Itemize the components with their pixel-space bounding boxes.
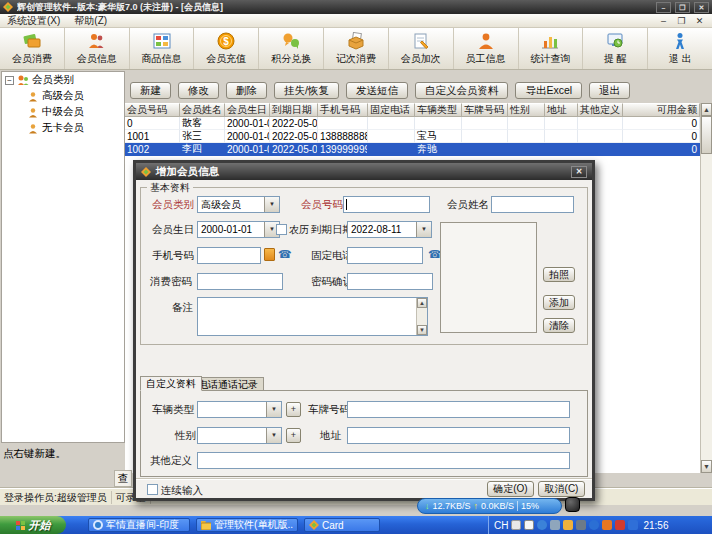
tray-icon[interactable] (602, 520, 612, 530)
member-name-input[interactable] (491, 196, 574, 213)
dialog-close-icon[interactable]: ✕ (571, 166, 587, 178)
menu-help[interactable]: 帮助(Z) (67, 14, 114, 28)
col-header[interactable]: 地址 (545, 103, 578, 117)
plate-input[interactable] (347, 401, 570, 418)
delete-button[interactable]: 删除 (226, 82, 267, 99)
taskbar-task-folder[interactable]: 管理软件(单机版.. (196, 518, 298, 532)
tree-item-nocard[interactable]: 无卡会员 (2, 120, 124, 136)
toolbar-product-info[interactable]: 商品信息 (130, 28, 195, 69)
birthday-select[interactable]: 2000-01-01 ▼ (197, 221, 280, 238)
tree-collapse-icon[interactable]: − (5, 76, 14, 85)
member-no-input[interactable] (343, 196, 430, 213)
remark-textarea[interactable]: ▲ ▼ (197, 297, 428, 336)
expire-select[interactable]: 2022-08-11 ▼ (347, 221, 432, 238)
loss-restore-button[interactable]: 挂失/恢复 (274, 82, 339, 99)
table-row[interactable]: 0 散客 2000-01-01 2022-05-04 0 (125, 117, 700, 130)
add-photo-button[interactable]: 添加 (543, 295, 575, 310)
keyboard-icon[interactable] (511, 520, 521, 530)
tree-item-middle[interactable]: 中级会员 (2, 104, 124, 120)
tab-call-records[interactable]: 电话通话记录 (192, 377, 264, 391)
scroll-thumb[interactable] (701, 116, 712, 154)
security-shield-icon[interactable] (615, 520, 625, 530)
ok-button[interactable]: 确定(O) (487, 481, 534, 497)
col-header[interactable]: 车牌号码 (462, 103, 508, 117)
toolbar-member-consume[interactable]: 会员消费 (0, 28, 65, 69)
sms-icon[interactable] (264, 248, 275, 261)
help-icon[interactable] (524, 520, 534, 530)
tree-root[interactable]: − 会员类别 (2, 72, 124, 88)
lunar-checkbox[interactable] (276, 224, 287, 235)
pwd-confirm-input[interactable] (347, 273, 433, 290)
cancel-button[interactable]: 取消(C) (538, 481, 585, 497)
net-speed-widget[interactable]: ↓ 12.7KB/S ↑ 0.0KB/S 15% (417, 498, 562, 514)
chevron-down-icon[interactable]: ▼ (264, 197, 279, 212)
col-header[interactable]: 可用金额 (623, 103, 700, 117)
security-shield-icon[interactable] (628, 520, 638, 530)
textarea-scrollbar[interactable]: ▲ ▼ (416, 298, 427, 335)
mobile-input[interactable] (197, 247, 261, 264)
exit-button[interactable]: 退出 (589, 82, 630, 99)
tray-icon[interactable] (576, 520, 586, 530)
restore-icon[interactable]: ❐ (675, 2, 690, 13)
scroll-up-icon[interactable]: ▲ (701, 103, 712, 116)
toolbar-member-add-count[interactable]: 会员加次 (389, 28, 454, 69)
tree-item-senior[interactable]: 高级会员 (2, 88, 124, 104)
toolbar-exit[interactable]: 退 出 (648, 28, 712, 69)
send-sms-button[interactable]: 发送短信 (346, 82, 408, 99)
menu-system-settings[interactable]: 系统设置(X) (0, 14, 67, 28)
col-header[interactable]: 固定电话 (368, 103, 415, 117)
gender-select[interactable]: ▼ (197, 427, 282, 444)
col-header[interactable]: 会员生日 (225, 103, 270, 117)
toolbar-staff-info[interactable]: 员工信息 (454, 28, 519, 69)
car-type-select[interactable]: ▼ (197, 401, 282, 418)
add-car-type-button[interactable]: + (286, 402, 301, 417)
col-header[interactable]: 会员号码 (125, 103, 180, 117)
modify-button[interactable]: 修改 (178, 82, 219, 99)
col-header[interactable]: 车辆类型 (415, 103, 462, 117)
member-type-select[interactable]: 高级会员 ▼ (197, 196, 280, 213)
tray-icon[interactable] (550, 520, 560, 530)
col-header[interactable]: 到期日期 (270, 103, 318, 117)
chevron-down-icon[interactable]: ▼ (266, 402, 281, 417)
col-header[interactable]: 会员姓名 (180, 103, 225, 117)
partial-query-button[interactable]: 查 (114, 470, 132, 487)
scroll-down-icon[interactable]: ▼ (701, 460, 712, 473)
toolbar-count-consume[interactable]: 记次消费 (324, 28, 389, 69)
chevron-down-icon[interactable]: ▼ (266, 428, 281, 443)
table-row[interactable]: 1001 张三 2000-01-01 2022-05-04 138888888 … (125, 130, 700, 143)
toolbar-member-recharge[interactable]: $ 会员充值 (194, 28, 259, 69)
pwd-input[interactable] (197, 273, 283, 290)
take-photo-button[interactable]: 拍照 (543, 267, 575, 282)
export-excel-button[interactable]: 导出Excel (515, 82, 582, 99)
continuous-checkbox[interactable] (147, 484, 158, 495)
custom-member-data-button[interactable]: 自定义会员资料 (415, 82, 509, 99)
tray-icon[interactable] (589, 520, 599, 530)
scroll-up-icon[interactable]: ▲ (417, 298, 427, 308)
toolbar-member-info[interactable]: 会员信息 (65, 28, 130, 69)
tab-custom-data[interactable]: 自定义资料 (140, 376, 202, 391)
taskbar-task-browser[interactable]: 军情直播间-印度 (88, 518, 190, 532)
accelerator-ball-icon[interactable] (565, 497, 580, 512)
col-header[interactable]: 性别 (508, 103, 545, 117)
tray-icon[interactable] (563, 520, 573, 530)
mdi-close-icon[interactable]: ✕ (693, 16, 706, 26)
toolbar-statistics-query[interactable]: 统计查询 (519, 28, 584, 69)
toolbar-reminder[interactable]: 提 醒 (583, 28, 648, 69)
table-row-selected[interactable]: 1002 李四 2000-01-01 2022-05-04 139999999 … (125, 143, 700, 156)
tray-icon[interactable] (537, 520, 547, 530)
col-header[interactable]: 手机号码 (318, 103, 368, 117)
new-button[interactable]: 新建 (130, 82, 171, 99)
input-language-indicator[interactable]: CH (494, 520, 508, 531)
phone-icon[interactable]: ☎ (278, 247, 292, 261)
minimize-icon[interactable]: – (656, 2, 671, 13)
taskbar-task-card[interactable]: Card (304, 518, 380, 532)
mdi-restore-icon[interactable]: ❐ (675, 16, 688, 26)
address-input[interactable] (347, 427, 570, 444)
add-gender-button[interactable]: + (286, 428, 301, 443)
start-button[interactable]: 开始 (0, 516, 66, 534)
other-input[interactable] (197, 452, 570, 469)
table-scrollbar[interactable]: ▲ ▼ (700, 103, 712, 473)
clear-photo-button[interactable]: 清除 (543, 318, 575, 333)
chevron-down-icon[interactable]: ▼ (416, 222, 431, 237)
clock[interactable]: 21:56 (643, 520, 668, 531)
